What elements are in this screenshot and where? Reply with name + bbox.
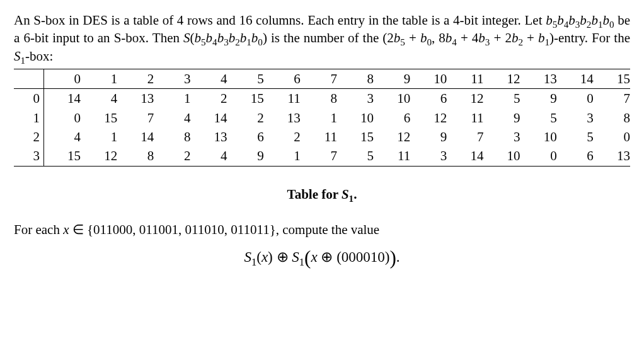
row-header: 3 [14, 146, 43, 166]
cell: 6 [227, 127, 264, 146]
cell: 0 [557, 89, 594, 108]
cell: 8 [117, 146, 154, 166]
cell: 2 [264, 127, 301, 146]
table-row: 10157414213110612119538 [14, 108, 630, 127]
table-row: 01441312151183106125907 [14, 89, 630, 108]
cell: 4 [43, 127, 81, 146]
cell: 6 [410, 89, 447, 108]
question-text: For each x ∈ {011000, 011001, 011010, 01… [14, 221, 630, 238]
cell: 2 [227, 108, 264, 127]
cell: 15 [227, 89, 264, 108]
cell: 15 [81, 108, 117, 127]
cell: 13 [594, 146, 630, 166]
cell: 10 [483, 146, 520, 166]
row-header: 1 [14, 108, 43, 127]
col-header: 10 [410, 69, 447, 89]
cell: 6 [557, 146, 594, 166]
cell: 14 [43, 89, 81, 108]
cell: 5 [337, 146, 374, 166]
cell: 13 [190, 127, 227, 146]
cell: 3 [337, 89, 374, 108]
cell: 11 [264, 89, 301, 108]
cell: 11 [447, 108, 483, 127]
cell: 2 [154, 146, 190, 166]
cell: 9 [410, 127, 447, 146]
col-header: 4 [190, 69, 227, 89]
cell: 1 [81, 127, 117, 146]
cell: 7 [447, 127, 483, 146]
cell: 9 [520, 89, 557, 108]
cell: 11 [301, 127, 337, 146]
cell: 7 [117, 108, 154, 127]
formula: S1(x) ⊕ S1(x ⊕ (000010)). [14, 247, 630, 267]
col-header: 8 [337, 69, 374, 89]
cell: 0 [43, 108, 81, 127]
cell: 3 [483, 127, 520, 146]
cell: 14 [447, 146, 483, 166]
col-header: 11 [447, 69, 483, 89]
cell: 14 [117, 127, 154, 146]
table-row: 24114813621115129731050 [14, 127, 630, 146]
table-corner [14, 69, 43, 89]
cell: 13 [117, 89, 154, 108]
cell: 9 [483, 108, 520, 127]
col-header: 7 [301, 69, 337, 89]
cell: 12 [81, 146, 117, 166]
cell: 7 [301, 146, 337, 166]
cell: 12 [374, 127, 410, 146]
cell: 13 [264, 108, 301, 127]
cell: 5 [520, 108, 557, 127]
cell: 1 [264, 146, 301, 166]
cell: 10 [374, 89, 410, 108]
cell: 10 [337, 108, 374, 127]
cell: 12 [410, 108, 447, 127]
cell: 4 [190, 146, 227, 166]
table-caption: Table for S1. [14, 185, 630, 203]
cell: 14 [190, 108, 227, 127]
col-header: 14 [557, 69, 594, 89]
cell: 0 [594, 127, 630, 146]
caption-prefix: Table for [287, 187, 342, 202]
cell: 11 [374, 146, 410, 166]
cell: 9 [227, 146, 264, 166]
col-header: 0 [43, 69, 81, 89]
col-header: 12 [483, 69, 520, 89]
col-header: 6 [264, 69, 301, 89]
cell: 12 [447, 89, 483, 108]
table-row: 31512824917511314100613 [14, 146, 630, 166]
cell: 15 [43, 146, 81, 166]
cell: 2 [190, 89, 227, 108]
cell: 5 [483, 89, 520, 108]
row-header: 0 [14, 89, 43, 108]
cell: 7 [594, 89, 630, 108]
cell: 1 [301, 108, 337, 127]
caption-math: S1. [342, 187, 357, 202]
cell: 8 [594, 108, 630, 127]
cell: 3 [410, 146, 447, 166]
col-header: 15 [594, 69, 630, 89]
cell: 8 [301, 89, 337, 108]
cell: 3 [557, 108, 594, 127]
cell: 15 [337, 127, 374, 146]
row-header: 2 [14, 127, 43, 146]
cell: 6 [374, 108, 410, 127]
cell: 10 [520, 127, 557, 146]
s1-box-table: 0123456789101112131415014413121511831061… [14, 69, 630, 167]
col-header: 1 [81, 69, 117, 89]
col-header: 13 [520, 69, 557, 89]
col-header: 3 [154, 69, 190, 89]
col-header: 5 [227, 69, 264, 89]
problem-paragraph: An S-box in DES is a table of 4 rows and… [14, 11, 630, 65]
cell: 4 [154, 108, 190, 127]
col-header: 2 [117, 69, 154, 89]
cell: 1 [154, 89, 190, 108]
cell: 4 [81, 89, 117, 108]
cell: 5 [557, 127, 594, 146]
cell: 8 [154, 127, 190, 146]
col-header: 9 [374, 69, 410, 89]
cell: 0 [520, 146, 557, 166]
